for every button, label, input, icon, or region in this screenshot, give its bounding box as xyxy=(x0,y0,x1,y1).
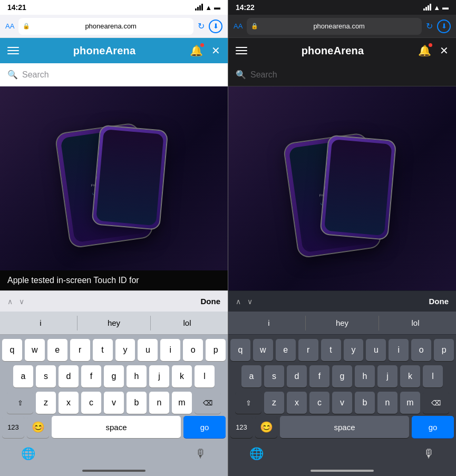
right-key-e[interactable]: e xyxy=(276,339,296,361)
left-refresh-icon[interactable]: ↻ xyxy=(198,21,205,31)
right-key-o[interactable]: o xyxy=(411,339,431,361)
right-key-y[interactable]: y xyxy=(344,339,364,361)
left-key-f[interactable]: f xyxy=(81,365,101,387)
right-key-t[interactable]: t xyxy=(321,339,341,361)
right-key-x[interactable]: x xyxy=(287,392,307,414)
right-space-key[interactable]: space xyxy=(280,416,409,438)
left-backspace-key[interactable]: ⌫ xyxy=(195,392,221,414)
left-space-key[interactable]: space xyxy=(52,416,181,438)
left-key-s[interactable]: s xyxy=(36,365,56,387)
left-hamburger-icon[interactable] xyxy=(7,47,19,54)
right-find-done[interactable]: Done xyxy=(429,297,449,306)
right-key-q[interactable]: q xyxy=(230,339,250,361)
left-close-icon[interactable]: ✕ xyxy=(211,44,220,57)
right-key-m[interactable]: m xyxy=(400,392,420,414)
right-shift-key[interactable]: ⇧ xyxy=(235,392,261,414)
left-key-j[interactable]: j xyxy=(149,365,169,387)
right-download-button[interactable]: ⬇ xyxy=(437,20,451,33)
right-num-key[interactable]: 123 xyxy=(230,416,253,438)
left-num-key[interactable]: 123 xyxy=(2,416,24,438)
right-mic-icon[interactable]: 🎙 xyxy=(423,447,435,461)
left-bell-icon[interactable]: 🔔 xyxy=(190,44,203,57)
left-key-o[interactable]: o xyxy=(183,339,203,361)
left-suggestion-2[interactable]: lol xyxy=(151,315,224,331)
right-key-z[interactable]: z xyxy=(264,392,284,414)
right-refresh-icon[interactable]: ↻ xyxy=(426,21,433,31)
right-close-icon[interactable]: ✕ xyxy=(440,44,449,57)
left-key-a[interactable]: a xyxy=(13,365,33,387)
left-go-key[interactable]: go xyxy=(183,416,226,438)
left-find-up-arrow[interactable]: ∧ xyxy=(7,297,13,306)
right-key-h[interactable]: h xyxy=(355,365,375,387)
left-key-p[interactable]: p xyxy=(206,339,226,361)
right-key-p[interactable]: p xyxy=(434,339,454,361)
right-go-key[interactable]: go xyxy=(412,416,454,438)
left-key-t[interactable]: t xyxy=(93,339,113,361)
right-key-w[interactable]: w xyxy=(253,339,273,361)
left-find-done[interactable]: Done xyxy=(201,297,221,306)
left-globe-icon[interactable]: 🌐 xyxy=(21,447,35,461)
left-shift-key[interactable]: ⇧ xyxy=(7,392,33,414)
right-key-g[interactable]: g xyxy=(332,365,352,387)
left-key-e[interactable]: e xyxy=(47,339,67,361)
right-bell-icon[interactable]: 🔔 xyxy=(418,44,431,57)
left-find-down-arrow[interactable]: ∨ xyxy=(19,297,24,306)
left-key-x[interactable]: x xyxy=(59,392,79,414)
left-key-v[interactable]: v xyxy=(104,392,124,414)
left-key-n[interactable]: n xyxy=(149,392,169,414)
right-key-n[interactable]: n xyxy=(377,392,397,414)
left-suggestion-0[interactable]: i xyxy=(4,315,77,331)
right-key-b[interactable]: b xyxy=(355,392,375,414)
left-key-u[interactable]: u xyxy=(138,339,158,361)
right-hamburger-icon[interactable] xyxy=(236,47,247,54)
right-key-s[interactable]: s xyxy=(264,365,284,387)
right-suggestion-0[interactable]: i xyxy=(232,315,305,331)
left-key-z[interactable]: z xyxy=(36,392,56,414)
right-emoji-key[interactable]: 😊 xyxy=(255,416,277,438)
left-key-h[interactable]: h xyxy=(127,365,147,387)
right-key-c[interactable]: c xyxy=(309,392,329,414)
right-globe-icon[interactable]: 🌐 xyxy=(249,447,264,461)
right-url-domain-container[interactable]: 🔒 phonearena.com xyxy=(247,18,422,35)
right-search-icon: 🔍 xyxy=(236,70,246,80)
left-suggestion-1[interactable]: hey xyxy=(77,315,150,331)
left-key-i[interactable]: i xyxy=(160,339,180,361)
left-key-b[interactable]: b xyxy=(127,392,147,414)
right-find-up-arrow[interactable]: ∧ xyxy=(236,297,241,306)
right-key-u[interactable]: u xyxy=(366,339,386,361)
left-key-d[interactable]: d xyxy=(59,365,79,387)
right-find-down-arrow[interactable]: ∨ xyxy=(247,297,253,306)
left-key-r[interactable]: r xyxy=(70,339,90,361)
right-key-f[interactable]: f xyxy=(309,365,329,387)
right-key-a[interactable]: a xyxy=(241,365,261,387)
right-url-aa[interactable]: AA xyxy=(234,22,242,30)
left-key-y[interactable]: y xyxy=(115,339,135,361)
right-key-v[interactable]: v xyxy=(332,392,352,414)
signal-bars-icon xyxy=(195,4,203,11)
right-key-d[interactable]: d xyxy=(287,365,307,387)
left-search-bar[interactable]: 🔍 Search xyxy=(0,63,228,86)
left-key-q[interactable]: q xyxy=(2,339,22,361)
right-key-l[interactable]: l xyxy=(423,365,443,387)
right-key-r[interactable]: r xyxy=(298,339,318,361)
left-key-k[interactable]: k xyxy=(172,365,192,387)
left-url-domain-container[interactable]: 🔒 phonearena.com xyxy=(18,18,193,35)
left-key-c[interactable]: c xyxy=(81,392,101,414)
right-suggestion-1[interactable]: hey xyxy=(306,315,379,331)
left-key-g[interactable]: g xyxy=(104,365,124,387)
right-search-bar[interactable]: 🔍 Search xyxy=(228,63,456,86)
right-key-j[interactable]: j xyxy=(377,365,397,387)
right-key-i[interactable]: i xyxy=(389,339,409,361)
left-emoji-key[interactable]: 😊 xyxy=(27,416,49,438)
right-suggestion-2[interactable]: lol xyxy=(379,315,452,331)
left-download-button[interactable]: ⬇ xyxy=(209,20,222,33)
right-backspace-key[interactable]: ⌫ xyxy=(423,392,449,414)
left-key-w[interactable]: w xyxy=(25,339,45,361)
left-mic-icon[interactable]: 🎙 xyxy=(195,447,207,461)
right-key-k[interactable]: k xyxy=(400,365,420,387)
right-url-bar[interactable]: AA 🔒 phonearena.com ↻ ⬇ xyxy=(228,15,456,38)
left-url-aa[interactable]: AA xyxy=(5,22,14,30)
left-key-m[interactable]: m xyxy=(172,392,192,414)
left-key-l[interactable]: l xyxy=(195,365,215,387)
left-url-bar[interactable]: AA 🔒 phonearena.com ↻ ⬇ xyxy=(0,15,228,38)
